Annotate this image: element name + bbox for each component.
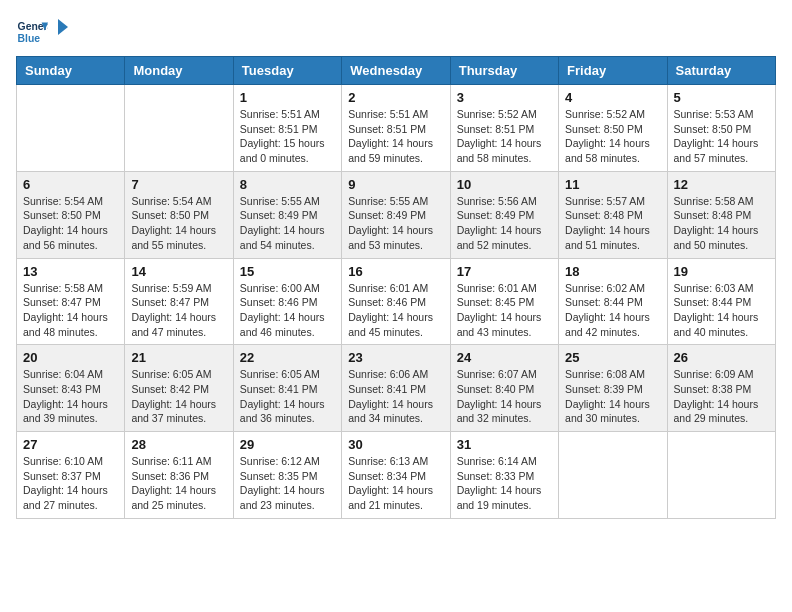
calendar-day: 23 Sunrise: 6:06 AMSunset: 8:41 PMDaylig… [342, 345, 450, 432]
calendar-day: 28 Sunrise: 6:11 AMSunset: 8:36 PMDaylig… [125, 432, 233, 519]
day-number: 19 [674, 264, 769, 279]
day-detail: Sunrise: 6:11 AMSunset: 8:36 PMDaylight:… [131, 455, 216, 511]
calendar-day: 11 Sunrise: 5:57 AMSunset: 8:48 PMDaylig… [559, 171, 667, 258]
day-detail: Sunrise: 5:52 AMSunset: 8:50 PMDaylight:… [565, 108, 650, 164]
day-detail: Sunrise: 5:53 AMSunset: 8:50 PMDaylight:… [674, 108, 759, 164]
day-number: 10 [457, 177, 552, 192]
calendar-day: 16 Sunrise: 6:01 AMSunset: 8:46 PMDaylig… [342, 258, 450, 345]
calendar-day: 5 Sunrise: 5:53 AMSunset: 8:50 PMDayligh… [667, 85, 775, 172]
day-detail: Sunrise: 5:57 AMSunset: 8:48 PMDaylight:… [565, 195, 650, 251]
calendar-day: 21 Sunrise: 6:05 AMSunset: 8:42 PMDaylig… [125, 345, 233, 432]
weekday-header: Thursday [450, 57, 558, 85]
day-detail: Sunrise: 5:55 AMSunset: 8:49 PMDaylight:… [240, 195, 325, 251]
logo-icon: General Blue [16, 16, 48, 48]
empty-cell [17, 85, 125, 172]
day-number: 1 [240, 90, 335, 105]
day-number: 21 [131, 350, 226, 365]
day-detail: Sunrise: 5:54 AMSunset: 8:50 PMDaylight:… [131, 195, 216, 251]
day-detail: Sunrise: 6:00 AMSunset: 8:46 PMDaylight:… [240, 282, 325, 338]
day-detail: Sunrise: 6:03 AMSunset: 8:44 PMDaylight:… [674, 282, 759, 338]
day-detail: Sunrise: 5:59 AMSunset: 8:47 PMDaylight:… [131, 282, 216, 338]
calendar-day: 1 Sunrise: 5:51 AMSunset: 8:51 PMDayligh… [233, 85, 341, 172]
calendar-day: 10 Sunrise: 5:56 AMSunset: 8:49 PMDaylig… [450, 171, 558, 258]
empty-cell [559, 432, 667, 519]
page-header: General Blue [16, 16, 776, 48]
day-number: 24 [457, 350, 552, 365]
logo: General Blue [16, 16, 68, 48]
day-detail: Sunrise: 5:55 AMSunset: 8:49 PMDaylight:… [348, 195, 433, 251]
day-number: 29 [240, 437, 335, 452]
day-detail: Sunrise: 6:02 AMSunset: 8:44 PMDaylight:… [565, 282, 650, 338]
day-detail: Sunrise: 5:51 AMSunset: 8:51 PMDaylight:… [240, 108, 325, 164]
day-detail: Sunrise: 5:58 AMSunset: 8:48 PMDaylight:… [674, 195, 759, 251]
svg-marker-3 [58, 19, 68, 35]
calendar-day: 27 Sunrise: 6:10 AMSunset: 8:37 PMDaylig… [17, 432, 125, 519]
day-detail: Sunrise: 6:10 AMSunset: 8:37 PMDaylight:… [23, 455, 108, 511]
day-number: 5 [674, 90, 769, 105]
day-number: 4 [565, 90, 660, 105]
day-number: 18 [565, 264, 660, 279]
day-detail: Sunrise: 5:56 AMSunset: 8:49 PMDaylight:… [457, 195, 542, 251]
calendar-day: 31 Sunrise: 6:14 AMSunset: 8:33 PMDaylig… [450, 432, 558, 519]
day-number: 16 [348, 264, 443, 279]
calendar-day: 19 Sunrise: 6:03 AMSunset: 8:44 PMDaylig… [667, 258, 775, 345]
day-number: 28 [131, 437, 226, 452]
day-number: 31 [457, 437, 552, 452]
calendar-day: 26 Sunrise: 6:09 AMSunset: 8:38 PMDaylig… [667, 345, 775, 432]
calendar-table: SundayMondayTuesdayWednesdayThursdayFrid… [16, 56, 776, 519]
calendar-day: 30 Sunrise: 6:13 AMSunset: 8:34 PMDaylig… [342, 432, 450, 519]
calendar-day: 15 Sunrise: 6:00 AMSunset: 8:46 PMDaylig… [233, 258, 341, 345]
day-number: 7 [131, 177, 226, 192]
day-number: 6 [23, 177, 118, 192]
day-number: 27 [23, 437, 118, 452]
day-number: 30 [348, 437, 443, 452]
day-number: 25 [565, 350, 660, 365]
day-detail: Sunrise: 5:58 AMSunset: 8:47 PMDaylight:… [23, 282, 108, 338]
calendar-day: 24 Sunrise: 6:07 AMSunset: 8:40 PMDaylig… [450, 345, 558, 432]
weekday-header: Tuesday [233, 57, 341, 85]
weekday-header: Monday [125, 57, 233, 85]
calendar-day: 13 Sunrise: 5:58 AMSunset: 8:47 PMDaylig… [17, 258, 125, 345]
day-number: 8 [240, 177, 335, 192]
day-detail: Sunrise: 5:54 AMSunset: 8:50 PMDaylight:… [23, 195, 108, 251]
day-detail: Sunrise: 5:52 AMSunset: 8:51 PMDaylight:… [457, 108, 542, 164]
day-number: 17 [457, 264, 552, 279]
day-detail: Sunrise: 6:06 AMSunset: 8:41 PMDaylight:… [348, 368, 433, 424]
day-number: 15 [240, 264, 335, 279]
weekday-header: Friday [559, 57, 667, 85]
day-detail: Sunrise: 5:51 AMSunset: 8:51 PMDaylight:… [348, 108, 433, 164]
calendar-day: 7 Sunrise: 5:54 AMSunset: 8:50 PMDayligh… [125, 171, 233, 258]
calendar-day: 25 Sunrise: 6:08 AMSunset: 8:39 PMDaylig… [559, 345, 667, 432]
day-number: 11 [565, 177, 660, 192]
day-number: 12 [674, 177, 769, 192]
calendar-day: 14 Sunrise: 5:59 AMSunset: 8:47 PMDaylig… [125, 258, 233, 345]
day-number: 14 [131, 264, 226, 279]
calendar-day: 6 Sunrise: 5:54 AMSunset: 8:50 PMDayligh… [17, 171, 125, 258]
day-number: 20 [23, 350, 118, 365]
calendar-day: 18 Sunrise: 6:02 AMSunset: 8:44 PMDaylig… [559, 258, 667, 345]
calendar-day: 9 Sunrise: 5:55 AMSunset: 8:49 PMDayligh… [342, 171, 450, 258]
day-number: 22 [240, 350, 335, 365]
day-number: 9 [348, 177, 443, 192]
day-detail: Sunrise: 6:01 AMSunset: 8:45 PMDaylight:… [457, 282, 542, 338]
logo-triangle [48, 17, 68, 37]
day-detail: Sunrise: 6:08 AMSunset: 8:39 PMDaylight:… [565, 368, 650, 424]
day-number: 26 [674, 350, 769, 365]
day-detail: Sunrise: 6:05 AMSunset: 8:42 PMDaylight:… [131, 368, 216, 424]
day-detail: Sunrise: 6:14 AMSunset: 8:33 PMDaylight:… [457, 455, 542, 511]
weekday-header: Wednesday [342, 57, 450, 85]
calendar-day: 8 Sunrise: 5:55 AMSunset: 8:49 PMDayligh… [233, 171, 341, 258]
calendar-day: 12 Sunrise: 5:58 AMSunset: 8:48 PMDaylig… [667, 171, 775, 258]
day-detail: Sunrise: 6:04 AMSunset: 8:43 PMDaylight:… [23, 368, 108, 424]
calendar-day: 3 Sunrise: 5:52 AMSunset: 8:51 PMDayligh… [450, 85, 558, 172]
day-number: 23 [348, 350, 443, 365]
day-detail: Sunrise: 6:05 AMSunset: 8:41 PMDaylight:… [240, 368, 325, 424]
day-number: 3 [457, 90, 552, 105]
day-number: 13 [23, 264, 118, 279]
calendar-day: 22 Sunrise: 6:05 AMSunset: 8:41 PMDaylig… [233, 345, 341, 432]
empty-cell [667, 432, 775, 519]
svg-text:Blue: Blue [18, 33, 41, 44]
weekday-header: Sunday [17, 57, 125, 85]
day-number: 2 [348, 90, 443, 105]
calendar-day: 29 Sunrise: 6:12 AMSunset: 8:35 PMDaylig… [233, 432, 341, 519]
